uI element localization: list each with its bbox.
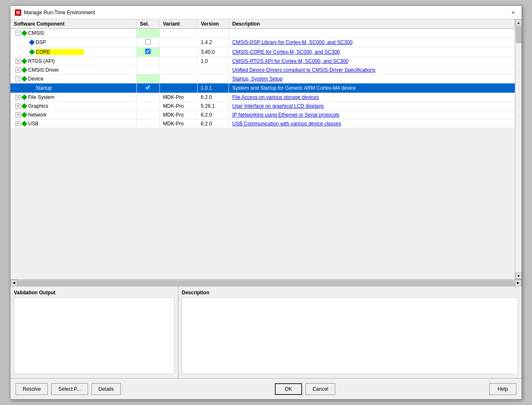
close-button[interactable]: × (509, 8, 517, 17)
cell-desc-filesystem[interactable]: File Access on various storage devices (229, 93, 515, 102)
expand-icon-cmsis[interactable]: − (16, 31, 21, 36)
cell-desc-rtos[interactable]: CMSIS-RTOS API for Cortex-M, SC000, and … (229, 57, 515, 66)
cell-software-network: +Network (10, 111, 136, 119)
description-label: Description (182, 290, 518, 296)
help-button[interactable]: Help (489, 383, 516, 395)
desc-link-rtos[interactable]: CMSIS-RTOS API for Cortex-M, SC000, and … (232, 58, 349, 64)
cell-software-core: CORE (10, 47, 136, 57)
cancel-button[interactable]: Cancel (305, 383, 335, 395)
diamond-icon-device (21, 76, 27, 82)
diamond-icon-startup (29, 85, 35, 91)
scroll-left-button[interactable]: ◀ (10, 280, 17, 286)
table-row[interactable]: −CMSIS (10, 29, 515, 38)
cell-sel-dsp[interactable] (136, 38, 159, 47)
checkbox-startup[interactable] (145, 85, 151, 90)
diamond-icon-cmsis (21, 30, 27, 36)
cell-version-device (197, 75, 229, 83)
ok-button[interactable]: OK (275, 383, 302, 395)
scroll-thumb-h[interactable] (17, 280, 515, 286)
cell-variant-cmsis (159, 29, 197, 38)
table-row[interactable]: +NetworkMDK-Pro6.2.0IP Networking using … (10, 111, 515, 119)
expand-icon-cmsis_driver[interactable]: + (16, 68, 21, 73)
table-row[interactable]: +GraphicsMDK-Pro5.26.1User Interface on … (10, 102, 515, 111)
table-row[interactable]: +USBMDK-Pro6.2.0USB Communication with v… (10, 119, 515, 128)
app-icon: W (15, 9, 21, 16)
right-scrollbar[interactable]: ▲ ▼ (515, 19, 522, 279)
cell-desc-graphics[interactable]: User Interface on graphical LCD displays (229, 102, 515, 111)
cell-sel-core[interactable] (136, 47, 159, 57)
scroll-right-button[interactable]: ▶ (515, 280, 522, 286)
desc-link-graphics[interactable]: User Interface on graphical LCD displays (232, 103, 324, 109)
manage-rte-dialog: W Manage Run-Time Environment × Software… (10, 5, 522, 400)
expand-icon-device[interactable]: − (16, 76, 21, 81)
cell-sel-filesystem[interactable] (136, 93, 159, 102)
table-row[interactable]: CORE3.40.0CMSIS-CORE for Cortex-M, SC000… (10, 47, 515, 57)
table-scroll[interactable]: Software Component Sel. Variant Version … (10, 19, 515, 279)
expand-icon-network[interactable]: + (16, 112, 21, 117)
cell-variant-graphics: MDK-Pro (159, 102, 197, 111)
footer: Resolve Select P... Details OK Cancel He… (10, 378, 522, 399)
cell-sel-cmsis_driver[interactable] (136, 66, 159, 75)
cell-desc-cmsis_driver[interactable]: Unified Device Drivers compliant to CMSI… (229, 66, 515, 75)
cell-sel-cmsis[interactable] (136, 29, 159, 38)
svg-text:W: W (16, 10, 20, 15)
cell-software-device: −Device (10, 75, 136, 83)
expand-icon-usb[interactable]: + (16, 121, 21, 126)
expand-icon-rtos[interactable]: + (16, 59, 21, 64)
select-button[interactable]: Select P... (51, 383, 88, 395)
desc-link-dsp[interactable]: CMSIS-DSP Library for Cortex-M, SC000, a… (232, 39, 353, 45)
validation-label: Validation Output (14, 290, 175, 296)
cell-desc-network[interactable]: IP Networking using Ethernet or Serial p… (229, 111, 515, 119)
cell-desc-usb[interactable]: USB Communication with various device cl… (229, 119, 515, 128)
desc-link-filesystem[interactable]: File Access on various storage devices (232, 94, 319, 100)
scroll-down-button[interactable]: ▼ (515, 273, 522, 279)
cell-sel-network[interactable] (136, 111, 159, 119)
desc-link-core[interactable]: CMSIS-CORE for Cortex-M, SC000, and SC30… (232, 49, 340, 55)
col-header-software: Software Component (10, 19, 136, 29)
cell-variant-core (159, 47, 197, 57)
description-panel: Description (178, 286, 522, 378)
component-name-core: CORE (36, 49, 84, 55)
table-row[interactable]: +RTOS (API)1.0CMSIS-RTOS API for Cortex-… (10, 57, 515, 66)
desc-link-usb[interactable]: USB Communication with various device cl… (232, 121, 341, 127)
cell-desc-core[interactable]: CMSIS-CORE for Cortex-M, SC000, and SC30… (229, 47, 515, 57)
cell-sel-startup[interactable] (136, 83, 159, 93)
scroll-up-button[interactable]: ▲ (515, 19, 522, 26)
expand-icon-filesystem[interactable]: + (16, 95, 21, 100)
cell-version-core: 3.40.0 (197, 47, 229, 57)
resolve-button[interactable]: Resolve (16, 383, 48, 395)
scroll-thumb-v[interactable] (516, 26, 522, 43)
cell-sel-rtos[interactable] (136, 57, 159, 66)
checkbox-core[interactable] (145, 49, 151, 54)
component-name-usb: USB (28, 121, 39, 127)
cell-sel-usb[interactable] (136, 119, 159, 128)
cell-desc-device[interactable]: Startup, System Setup (229, 75, 515, 83)
desc-link-device[interactable]: Startup, System Setup (232, 76, 283, 82)
cell-software-startup: Startup (10, 83, 136, 93)
cell-version-cmsis (197, 29, 229, 38)
checkbox-dsp[interactable] (145, 39, 151, 44)
component-name-graphics: Graphics (28, 103, 48, 109)
table-row[interactable]: Startup1.0.1System and Startup for Gener… (10, 83, 515, 93)
main-content: Software Component Sel. Variant Version … (10, 19, 522, 378)
cell-sel-graphics[interactable] (136, 102, 159, 111)
cell-software-rtos: +RTOS (API) (10, 57, 136, 66)
validation-panel: Validation Output (10, 286, 178, 378)
table-row[interactable]: +CMSIS DriverUnified Device Drivers comp… (10, 66, 515, 75)
cell-version-graphics: 5.26.1 (197, 102, 229, 111)
diamond-icon-dsp (29, 39, 35, 45)
desc-link-cmsis_driver[interactable]: Unified Device Drivers compliant to CMSI… (232, 67, 376, 73)
cell-desc-dsp[interactable]: CMSIS-DSP Library for Cortex-M, SC000, a… (229, 38, 515, 47)
cell-version-rtos: 1.0 (197, 57, 229, 66)
table-row[interactable]: DSP1.4.2CMSIS-DSP Library for Cortex-M, … (10, 38, 515, 47)
cell-sel-device[interactable] (136, 75, 159, 83)
expand-icon-graphics[interactable]: + (16, 104, 21, 109)
details-button[interactable]: Details (91, 383, 121, 395)
horizontal-scroll[interactable]: ◀ ▶ (10, 279, 522, 286)
diamond-icon-graphics (21, 103, 27, 109)
table-row[interactable]: −DeviceStartup, System Setup (10, 75, 515, 83)
desc-link-network[interactable]: IP Networking using Ethernet or Serial p… (232, 112, 339, 118)
cell-desc-cmsis (229, 29, 515, 38)
cell-variant-usb: MDK-Pro (159, 119, 197, 128)
table-row[interactable]: +File SystemMDK-Pro6.2.0File Access on v… (10, 93, 515, 102)
